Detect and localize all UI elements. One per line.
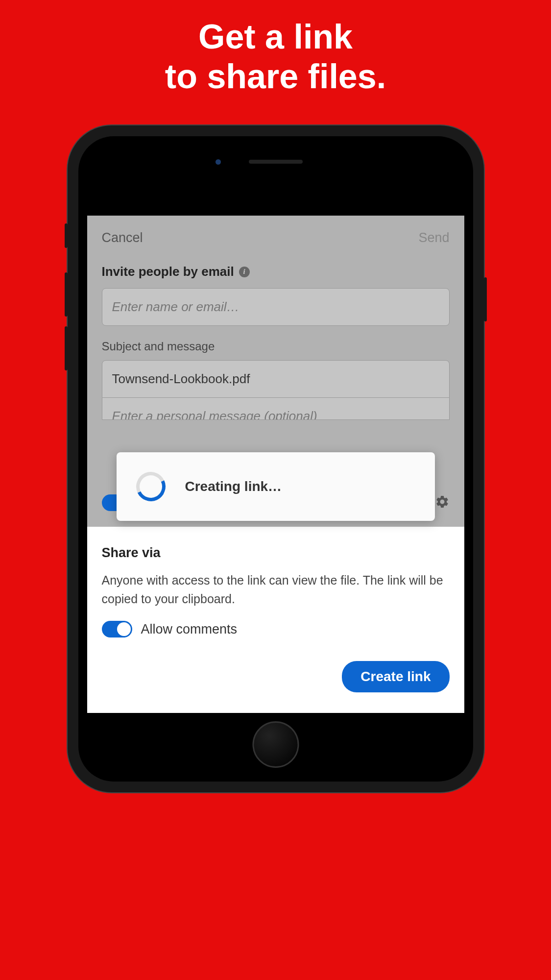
phone-screen: Cancel Send Invite people by email i Ent… [87, 180, 464, 713]
phone-volume-down [65, 326, 68, 370]
share-via-panel: Share via Anyone with access to the link… [87, 527, 464, 713]
share-via-description: Anyone with access to the link can view … [102, 571, 450, 608]
hero-line-2: to share files. [165, 57, 386, 96]
phone-bezel: Cancel Send Invite people by email i Ent… [78, 136, 473, 782]
send-button[interactable]: Send [418, 230, 449, 245]
share-allow-comments-label: Allow comments [141, 622, 238, 637]
share-via-title: Share via [102, 545, 450, 561]
home-button[interactable] [252, 721, 299, 768]
modal-nav-bar: Cancel Send [102, 216, 450, 264]
message-input[interactable]: Enter a personal message (optional) [102, 398, 450, 420]
hero-heading: Get a link to share files. [165, 17, 386, 96]
phone-mute-switch [65, 223, 68, 248]
phone-volume-up [65, 272, 68, 317]
info-icon[interactable]: i [239, 267, 250, 277]
create-link-button[interactable]: Create link [342, 661, 449, 692]
loading-dialog: Creating link… [117, 452, 435, 521]
hero-line-1: Get a link [198, 18, 353, 56]
share-allow-comments-row: Allow comments [102, 608, 450, 637]
share-allow-comments-toggle[interactable] [102, 621, 132, 637]
invite-label: Invite people by email i [102, 264, 450, 279]
create-link-row: Create link [102, 642, 450, 692]
subject-input[interactable]: Townsend-Lookbook.pdf [102, 360, 450, 398]
phone-speaker [249, 160, 303, 164]
phone-camera [216, 159, 221, 165]
phone-frame: Cancel Send Invite people by email i Ent… [68, 125, 484, 792]
spinner-icon [132, 468, 169, 506]
subject-label: Subject and message [102, 340, 450, 353]
loading-text: Creating link… [185, 479, 282, 494]
phone-power-button [484, 277, 487, 321]
gear-icon [435, 494, 450, 511]
status-bar-area [87, 180, 464, 216]
email-input[interactable]: Enter name or email… [102, 288, 450, 326]
invite-label-text: Invite people by email [102, 264, 234, 279]
cancel-button[interactable]: Cancel [102, 230, 143, 245]
